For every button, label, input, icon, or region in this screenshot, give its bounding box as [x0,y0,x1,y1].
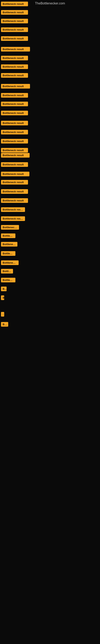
bottleneck-row-30: Bottleneck re [1,260,19,266]
bottleneck-row-22: Bottleneck result [1,189,28,194]
bottleneck-row-19: Bottleneck result [1,162,28,168]
bottleneck-badge: Bottleneck result [1,198,28,203]
bottleneck-row-33: Bo [1,286,7,292]
bottleneck-badge: Bottleneck result [1,139,28,144]
bottleneck-badge: Bottleneck result [1,93,28,98]
bottleneck-badge: Bottleneck r [1,242,17,246]
bottleneck-row-28: Bottleneck r [1,242,17,247]
bottleneck-badge: Bottleneck result [1,73,28,78]
bottleneck-row-15: Bottleneck result [1,130,28,135]
bottleneck-row-29: Bottleneck [1,251,15,256]
bottleneck-row-35: : [1,312,4,317]
bottleneck-row-1: Bottleneck result [1,2,28,7]
bottleneck-row-17: Bottleneck result [1,148,28,153]
bottleneck-row-2: Bottleneck result [1,10,28,16]
bottleneck-badge: Bott [1,322,8,327]
bottleneck-badge: Bottleneck result [1,84,30,88]
bottleneck-row-20: Bottleneck result [1,172,29,177]
bottleneck-badge: Bottleneck result [1,56,28,60]
bottleneck-row-31: Bottlene [1,269,13,274]
bottleneck-row-23: Bottleneck result [1,198,28,204]
bottleneck-row-5: Bottleneck result [1,36,28,42]
bottleneck-badge: Bottleneck result [1,102,28,106]
bottleneck-badge: Bottleneck result [1,207,25,212]
bottleneck-row-34: B [1,296,4,301]
bottleneck-row-10: Bottleneck result [1,84,30,89]
bottleneck-badge: Bottleneck result [1,162,28,167]
bottleneck-badge: Bottleneck result [1,130,28,134]
bottleneck-badge: Bottleneck result [1,189,28,194]
bottleneck-row-8: Bottleneck result [1,64,28,70]
bottleneck-row-9: Bottleneck result [1,73,28,78]
bottleneck-badge: Bottleneck result [1,47,30,52]
bottleneck-row-26: Bottleneck result [1,225,19,230]
bottleneck-badge: Bottleneck result [1,2,28,6]
bottleneck-badge: Bottleneck result [1,111,28,115]
bottleneck-row-12: Bottleneck result [1,102,28,107]
bottleneck-row-16: Bottleneck result [1,139,28,144]
bottleneck-badge: Bottleneck result [1,121,28,126]
bottleneck-row-14: Bottleneck result [1,121,28,126]
bottleneck-badge: B [1,296,4,300]
bottleneck-badge: Bottleneck result [1,19,28,23]
bottleneck-row-27: Bottlenec [1,234,15,239]
bottleneck-row-25: Bottleneck result [1,216,25,222]
bottleneck-badge: Bottleneck result [1,180,28,184]
bottleneck-badge: Bottleneck result [1,153,30,158]
bottleneck-row-3: Bottleneck result [1,19,28,24]
bottleneck-row-6: Bottleneck result [1,47,30,52]
bottleneck-row-24: Bottleneck result [1,207,25,213]
bottleneck-row-21: Bottleneck result [1,180,28,185]
bottleneck-badge: Bottleneck result [1,148,28,152]
bottleneck-row-32: Bottleneck [1,278,15,283]
bottleneck-row-11: Bottleneck result [1,93,28,98]
bottleneck-badge: Bottleneck re [1,260,19,265]
bottleneck-badge: Bottleneck [1,251,15,256]
bottleneck-badge: : [1,312,4,316]
bottleneck-badge: Bottleneck [1,278,15,282]
bottleneck-badge: Bottleneck result [1,172,29,176]
bottleneck-badge: Bo [1,286,7,291]
bottleneck-badge: Bottlenec [1,234,15,238]
bottleneck-row-36: Bott [1,322,8,328]
bottleneck-row-18: Bottleneck result [1,153,30,158]
bottleneck-row-7: Bottleneck result [1,56,28,61]
bottleneck-badge: Bottleneck result [1,10,28,15]
bottleneck-badge: Bottleneck result [1,225,19,230]
bottleneck-badge: Bottlene [1,269,13,274]
bottleneck-badge: Bottleneck result [1,27,28,32]
bottleneck-row-4: Bottleneck result [1,27,28,33]
bottleneck-badge: Bottleneck result [1,36,28,41]
bottleneck-badge: Bottleneck result [1,64,28,69]
bottleneck-row-13: Bottleneck result [1,111,28,116]
bottleneck-badge: Bottleneck result [1,216,25,221]
